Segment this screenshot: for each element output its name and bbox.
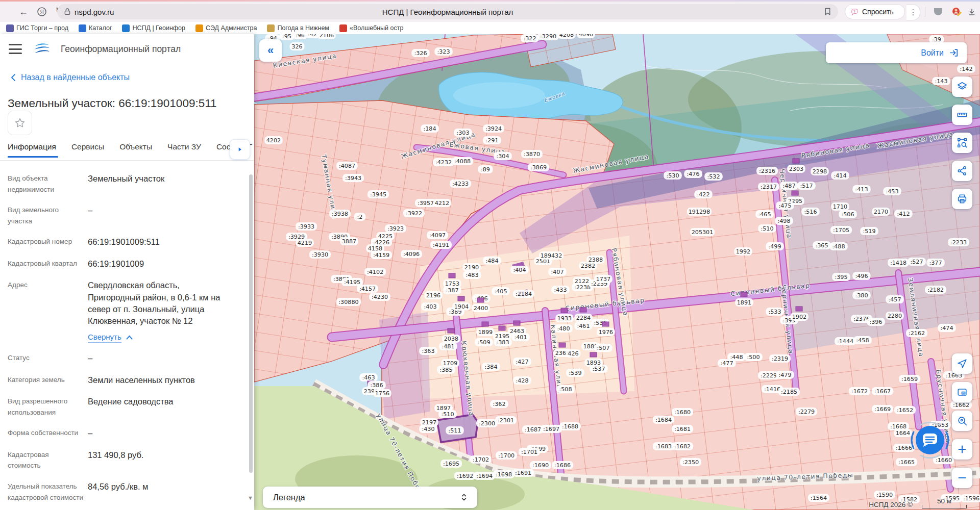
parcel-label[interactable]: :2279 [796, 407, 817, 416]
bookmark-flag-icon[interactable] [823, 7, 832, 18]
parcel-label[interactable]: :407 [548, 268, 567, 276]
parcel-label[interactable]: :4102 [364, 268, 386, 276]
parcel-label[interactable]: :476 [684, 170, 702, 178]
parcel-label[interactable]: :4233 [450, 180, 471, 188]
parcel-label[interactable]: :1564 [808, 494, 829, 502]
parcel-label[interactable]: :1702 [470, 455, 492, 464]
parcel-label[interactable]: :1701 [519, 448, 540, 456]
parcel-label[interactable]: :383 [494, 338, 512, 346]
yandex-icon[interactable]: Я [34, 4, 50, 20]
parcel-label[interactable]: 3887 [340, 237, 358, 245]
parcel-label[interactable]: 4212 [433, 199, 451, 207]
parcel-label[interactable]: 426 [566, 349, 580, 358]
bookmark-item[interactable]: СЭД Администра [195, 24, 257, 32]
parcel-label[interactable]: :380 [852, 291, 871, 299]
parcel-label[interactable]: 205301 [690, 228, 715, 236]
parcel-label[interactable]: :385 [437, 366, 455, 374]
parcel-label[interactable]: :386 [368, 381, 386, 389]
parcel-label[interactable]: 2382 [579, 262, 597, 270]
parcel-label[interactable]: :458 [853, 336, 872, 344]
parcel-label[interactable]: 4208 [557, 34, 576, 39]
parcel-label[interactable]: :1681 [672, 425, 693, 433]
parcel-label[interactable]: :3933 [296, 222, 317, 231]
parcel-label[interactable]: :488 [829, 242, 848, 250]
parcel-label[interactable]: :412 [894, 210, 913, 218]
parcel-label[interactable]: :2184 [513, 290, 534, 298]
parcel-label[interactable]: :395 [832, 273, 850, 281]
parcel-label[interactable]: 2196 [424, 291, 443, 299]
parcel-label[interactable]: :142 [957, 65, 975, 73]
parcel-label[interactable]: :1700 [496, 451, 517, 460]
parcel-label[interactable]: :3870 [521, 150, 543, 158]
back-to-results-link[interactable]: Назад в найденные объекты [10, 73, 130, 82]
parcel-label[interactable]: :3930 [309, 250, 331, 259]
parcel-label[interactable]: :2319 [769, 354, 791, 363]
parcel-label[interactable]: 4219 [296, 239, 314, 247]
parcel-label[interactable]: 4202 [264, 136, 283, 144]
panel-scrollbar[interactable] [249, 174, 253, 473]
ruler-button[interactable] [952, 105, 972, 125]
area-search-button[interactable] [952, 133, 972, 153]
parcel-label[interactable]: :4159 [371, 251, 392, 259]
parcel-label[interactable]: :4087 [336, 162, 358, 170]
bookmark-item[interactable]: «Волшебный остр [339, 24, 403, 32]
tab-Сервисы[interactable]: Сервисы [71, 142, 104, 158]
parcel-label[interactable]: :304 [494, 152, 512, 160]
tab-Объекты[interactable]: Объекты [119, 142, 152, 158]
bookmark-item[interactable]: Погода в Нижнем [267, 24, 329, 32]
parcel-label[interactable]: :532 [704, 172, 723, 181]
downloads-icon[interactable] [964, 4, 980, 20]
parcel-label[interactable]: :3943 [342, 174, 364, 182]
parcel-label[interactable]: :1683 [653, 442, 674, 450]
legend-bar[interactable]: Легенда [263, 487, 477, 508]
parcel-label[interactable]: :509 [475, 338, 493, 346]
parcel-label[interactable]: :463 [359, 373, 378, 381]
parcel-label[interactable]: :433 [551, 286, 570, 294]
login-bar[interactable]: Войти [826, 42, 967, 63]
zoom-out-button[interactable] [952, 468, 972, 488]
parcel-label[interactable]: :530 [664, 171, 682, 180]
parcel-label[interactable]: :480 [554, 324, 573, 333]
parcel-label[interactable]: :1692 [454, 472, 476, 480]
parcel-label[interactable]: :413 [852, 185, 871, 193]
parcel-label[interactable]: :30880 [336, 298, 361, 306]
parcel-label[interactable]: :500 [744, 353, 763, 361]
parcel-label[interactable]: :1684 [653, 416, 674, 424]
parcel-label[interactable]: :2317 [758, 183, 779, 191]
parcel-label[interactable]: :507 [594, 344, 612, 352]
parcel-label[interactable]: :3290 [537, 34, 559, 40]
parcel-label[interactable]: :89 [478, 165, 493, 173]
parcel-label[interactable]: :1688 [559, 422, 581, 430]
parcel-label[interactable]: :414 [831, 171, 849, 180]
parcel-label[interactable]: :499 [766, 242, 784, 250]
parcel-label[interactable]: :1686 [552, 461, 573, 469]
parcel-label[interactable]: :2316 [756, 167, 778, 175]
parcel-label[interactable]: :422 [694, 190, 713, 198]
parcel-label[interactable]: :457 [886, 295, 904, 303]
parcel-label[interactable]: :143 [932, 77, 950, 85]
parcel-label[interactable]: :498 [775, 217, 793, 225]
ask-alice-button[interactable]: ? Спросить [845, 4, 905, 19]
parcel-label[interactable]: :323 [434, 47, 453, 56]
parcel-label[interactable]: :1705 [830, 226, 852, 234]
parcel-label[interactable]: :1698 [493, 470, 514, 478]
address-bar[interactable]: nspd.gov.ru НСПД | Геоинформационный пор… [57, 4, 838, 19]
parcel-label[interactable]: :3869 [528, 163, 549, 171]
parcel-label[interactable]: :496 [852, 272, 871, 280]
bookmark-item[interactable]: Каталог [79, 24, 112, 32]
back-icon[interactable]: ← [15, 4, 32, 20]
parcel-label[interactable]: :461 [574, 322, 593, 330]
parcel-label[interactable]: :1672 [849, 387, 870, 395]
parcel-label[interactable]: :3923 [385, 224, 406, 233]
parcel-label[interactable]: :3945 [368, 190, 389, 198]
parcel-label[interactable]: 1756 [373, 389, 391, 397]
parcel-label[interactable]: :465 [755, 210, 774, 218]
parcel-label[interactable]: :430 [419, 425, 437, 433]
parcel-label[interactable]: :1690 [530, 461, 551, 469]
parcel-label[interactable]: :517 [797, 182, 816, 190]
bookmark-item[interactable]: НСПД | Геоинфор [122, 24, 185, 32]
chat-widget[interactable] [908, 418, 952, 463]
parcel-label[interactable]: :1590 [874, 491, 895, 499]
parcel-label[interactable]: 4090 [577, 34, 595, 38]
parcel-label[interactable]: 2170 [872, 208, 890, 216]
